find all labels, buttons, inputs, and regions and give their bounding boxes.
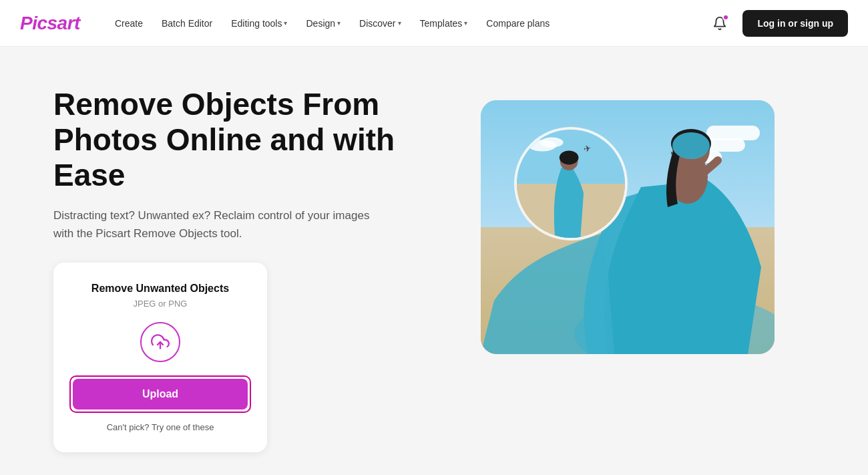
hero-image: ✈ — [481, 100, 775, 354]
login-button[interactable]: Log in or sign up — [742, 10, 848, 37]
main-content: Remove Objects From Photos Online and wi… — [0, 47, 868, 475]
nav-editing-tools[interactable]: Editing tools ▾ — [223, 13, 295, 34]
hero-subtitle: Distracting text? Unwanted ex? Reclaim c… — [53, 206, 387, 243]
cant-pick-text: Can't pick? Try one of these — [69, 422, 251, 432]
circle-content-svg: ✈ — [517, 127, 625, 241]
upload-icon-circle — [140, 322, 180, 362]
upload-card-subtitle: JPEG or PNG — [69, 299, 251, 309]
circle-cutout: ✈ — [514, 127, 628, 241]
logo[interactable]: Picsart — [20, 13, 80, 34]
templates-chevron: ▾ — [464, 19, 467, 27]
upload-button[interactable]: Upload — [73, 379, 248, 410]
nav-templates[interactable]: Templates ▾ — [412, 13, 476, 34]
svg-point-5 — [672, 132, 710, 159]
nav-discover[interactable]: Discover ▾ — [351, 13, 409, 34]
upload-icon — [151, 333, 170, 351]
svg-point-12 — [560, 150, 579, 164]
upload-card: Remove Unwanted Objects JPEG or PNG Uplo… — [53, 263, 267, 452]
editing-tools-chevron: ▾ — [284, 19, 287, 27]
hero-title: Remove Objects From Photos Online and wi… — [53, 87, 454, 193]
svg-point-10 — [540, 137, 563, 147]
upload-card-title: Remove Unwanted Objects — [69, 283, 251, 295]
upload-button-wrapper: Upload — [69, 375, 251, 413]
notification-bell[interactable] — [708, 11, 732, 35]
nav-batch-editor[interactable]: Batch Editor — [154, 13, 220, 34]
circle-inner: ✈ — [517, 130, 625, 238]
discover-chevron: ▾ — [398, 19, 401, 27]
left-section: Remove Objects From Photos Online and wi… — [53, 87, 454, 452]
nav-create[interactable]: Create — [107, 13, 151, 34]
notification-badge — [722, 14, 729, 21]
header-right: Log in or sign up — [708, 10, 848, 37]
nav-design[interactable]: Design ▾ — [298, 13, 349, 34]
main-nav: Create Batch Editor Editing tools ▾ Desi… — [107, 13, 708, 34]
right-section: ✈ — [481, 100, 775, 354]
header: Picsart Create Batch Editor Editing tool… — [0, 0, 868, 47]
nav-compare-plans[interactable]: Compare plans — [478, 13, 558, 34]
design-chevron: ▾ — [337, 19, 341, 27]
